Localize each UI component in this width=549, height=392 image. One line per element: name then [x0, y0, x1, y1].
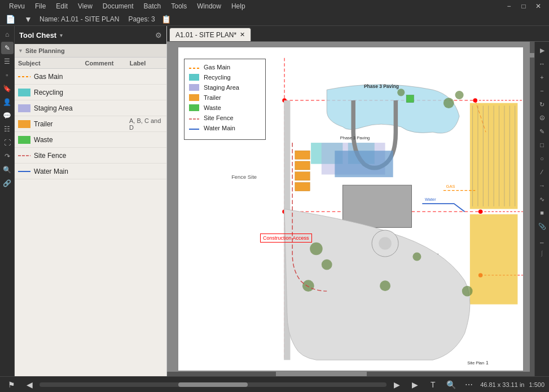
left-icon-list[interactable]: ☷ — [1, 123, 14, 135]
status-more-icon[interactable]: ⋯ — [462, 378, 476, 391]
col-comment-header: Comment — [85, 60, 130, 67]
section-label: Site Planning — [25, 47, 65, 54]
status-zoom-icon[interactable]: 🔍 — [444, 378, 458, 391]
right-icon-rotate[interactable]: ↻ — [536, 98, 548, 111]
left-icon-shapes[interactable]: ▫ — [1, 69, 14, 81]
status-flag-icon[interactable]: ⚑ — [5, 378, 18, 391]
right-icon-zoom-in[interactable]: + — [536, 71, 548, 83]
col-subject-header: Subject — [18, 60, 85, 67]
right-icon-stamp[interactable]: ■ — [536, 206, 548, 219]
legend-item-gas-main[interactable]: Gas Main — [15, 69, 166, 85]
right-icon-calibrate[interactable]: ⎯ — [536, 234, 548, 246]
svg-point-41 — [412, 253, 421, 261]
legend-item-site-fence[interactable]: Site Fence — [15, 148, 166, 164]
doc-tab-close-icon[interactable]: ✕ — [240, 31, 245, 38]
menu-bar: Revu File Edit View Document Batch Tools… — [0, 0, 549, 12]
close-button[interactable]: ✕ — [532, 1, 544, 11]
status-bar: ⚑ ◀ ▶ ▶ T 🔍 ⋯ 46.81 x 33.11 in 1:500 — [0, 376, 549, 392]
menu-tools[interactable]: Tools — [166, 1, 191, 11]
left-icon-table[interactable]: ⛶ — [1, 136, 14, 149]
section-collapse-icon[interactable]: ▼ — [18, 48, 23, 54]
svg-rect-49 — [295, 183, 310, 191]
menu-batch[interactable]: Batch — [139, 1, 166, 11]
legend-gas-main-label: Gas Main — [34, 73, 126, 81]
left-icon-search[interactable]: 🔍 — [1, 164, 14, 176]
legend-item-staging-area[interactable]: Staging Area — [15, 100, 166, 116]
left-icon-markup[interactable]: ✎ — [1, 42, 14, 54]
right-icon-measure2[interactable]: ⎰ — [536, 247, 548, 259]
legend-item-recycling[interactable]: Recycling — [15, 85, 166, 100]
status-scale: 1:500 — [529, 381, 544, 388]
doc-tab-siteplan[interactable]: A1.01 - SITE PLAN* ✕ — [169, 28, 251, 41]
svg-text:GAS: GAS — [446, 184, 455, 189]
svg-point-44 — [397, 89, 405, 96]
svg-point-45 — [462, 286, 473, 297]
right-icon-line[interactable]: ∕ — [536, 166, 548, 178]
legend-item-waste[interactable]: Waste — [15, 132, 166, 148]
file-icon[interactable]: 📄 — [3, 12, 17, 26]
status-arrow-left-icon[interactable]: ◀ — [23, 378, 36, 391]
status-right: ▶ T 🔍 ⋯ 46.81 x 33.11 in 1:500 — [408, 378, 544, 391]
right-icon-zoom-fit[interactable]: ↔ — [536, 58, 548, 70]
menu-file[interactable]: File — [30, 1, 50, 11]
menu-window[interactable]: Window — [192, 1, 226, 11]
tool-chest-dropdown-icon[interactable]: ▾ — [60, 32, 63, 38]
horizontal-scrollbar[interactable] — [167, 372, 530, 376]
right-icon-pointer[interactable]: ▶ — [536, 44, 548, 56]
doc-content[interactable]: Water GAS Phase 3 Paving Phase 3 Paving … — [167, 42, 534, 376]
menu-help[interactable]: Help — [227, 1, 250, 11]
drawing-legend-row-fence: Site Fence — [189, 114, 261, 121]
menu-revu[interactable]: Revu — [5, 1, 29, 11]
left-icon-bookmarks[interactable]: 🔖 — [1, 82, 14, 95]
right-icon-circle[interactable]: ○ — [536, 152, 548, 165]
left-icon-user[interactable]: 👤 — [1, 96, 14, 108]
drawing-canvas: Water GAS Phase 3 Paving Phase 3 Paving … — [178, 47, 523, 371]
left-icon-link[interactable]: 🔗 — [1, 177, 14, 190]
table-header: Subject Comment Label — [15, 58, 166, 69]
maximize-button[interactable]: □ — [517, 1, 530, 11]
minimize-button[interactable]: − — [503, 1, 515, 11]
left-icon-measure[interactable]: ↷ — [1, 150, 14, 162]
svg-rect-30 — [335, 151, 393, 177]
drawing-legend-row-recycling: Recycling — [189, 74, 261, 81]
menu-edit[interactable]: Edit — [51, 1, 72, 11]
right-icon-curve[interactable]: ∿ — [536, 193, 548, 205]
dropdown-arrow-icon[interactable]: ▼ — [21, 12, 35, 26]
right-icon-zoom-out[interactable]: − — [536, 85, 548, 97]
menu-document[interactable]: Document — [98, 1, 138, 11]
right-icon-select[interactable]: ✎ — [536, 125, 548, 138]
tool-chest-title: Tool Chest — [19, 31, 56, 39]
left-icon-chat[interactable]: 💬 — [1, 109, 14, 122]
vertical-scrollbar[interactable] — [530, 42, 534, 376]
legend-trailer-label: Trailer — [34, 120, 126, 128]
right-icon-attach[interactable]: 📎 — [536, 220, 548, 232]
left-icon-layers[interactable]: ☰ — [1, 55, 14, 68]
drawing-legend-water-text: Water Main — [204, 125, 235, 131]
legend-item-trailer[interactable]: Trailer A, B, C and D — [15, 116, 166, 132]
status-scroll-track[interactable] — [39, 382, 387, 387]
legend-recycling-label: Recycling — [34, 89, 126, 96]
right-icon-arrow[interactable]: → — [536, 179, 548, 192]
status-cursor-icon[interactable]: ▶ — [408, 378, 421, 391]
drawing-legend-row-trailer: Trailer — [189, 94, 261, 101]
svg-rect-48 — [295, 172, 310, 180]
right-icon-pan[interactable]: ☮ — [536, 112, 548, 124]
status-arrow-right-icon[interactable]: ▶ — [390, 378, 403, 391]
svg-point-42 — [443, 98, 454, 108]
svg-rect-34 — [342, 185, 411, 227]
svg-point-43 — [455, 91, 464, 99]
drawing-legend-staging-text: Staging Area — [204, 84, 239, 91]
right-icon-shape[interactable]: □ — [536, 139, 548, 151]
tool-chest-gear-icon[interactable]: ⚙ — [155, 31, 162, 39]
drawing-legend-gas-text: Gas Main — [204, 64, 230, 71]
status-text-icon[interactable]: T — [426, 378, 440, 391]
left-icon-home[interactable]: ⌂ — [1, 28, 14, 41]
drawing-legend-waste-text: Waste — [204, 104, 221, 111]
status-scroll-thumb — [178, 382, 248, 387]
menu-view[interactable]: View — [73, 1, 97, 11]
drawing-legend-row-staging: Staging Area — [189, 84, 261, 91]
copy-icon[interactable]: 📋 — [160, 12, 173, 26]
legend-item-water-main[interactable]: Water Main — [15, 164, 166, 179]
drawing-legend-row-water: Water Main — [189, 125, 261, 131]
svg-rect-17 — [470, 214, 518, 305]
